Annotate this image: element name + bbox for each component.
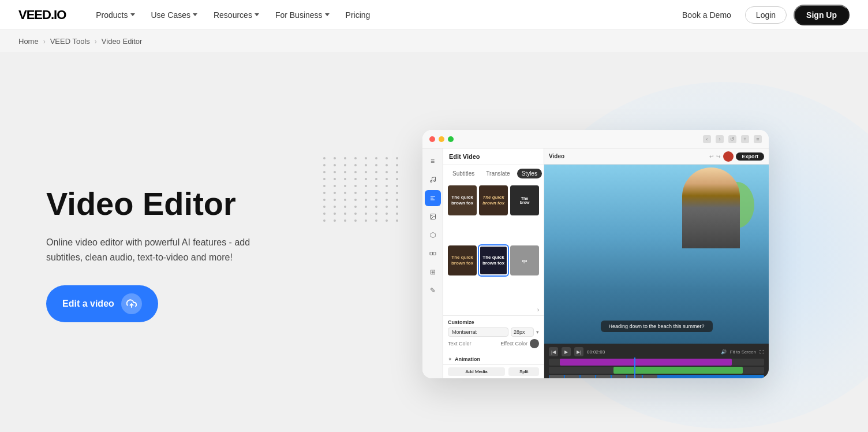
sidebar-icon-draw[interactable]: ✎ [425,282,441,299]
breadcrumb: Home › VEED Tools › Video Editor [0,30,868,53]
fit-to-screen-btn[interactable]: Fit to Screen [730,349,756,355]
fullscreen-icon[interactable]: ⛶ [760,349,764,355]
hero-section: Video Editor Online video editor with po… [0,53,868,432]
svg-rect-8 [430,252,433,255]
editor-body: ≡ ⬡ ⊞ ✎ [422,148,769,378]
text-color-label: Text Color [448,341,472,347]
signup-button[interactable]: Sign Up [794,5,850,25]
customize-label: Customize [448,319,539,325]
style-card-5[interactable]: The quickbrown fox [479,245,508,275]
timeline-track-1 [549,359,764,366]
breadcrumb-current: Video Editor [102,37,143,46]
timeline-tracks [544,357,769,378]
editor-mockup: ‹ › ↺ + ≡ ≡ [422,130,769,378]
effect-color-label: Effect Color [500,341,527,347]
timeline-filmstrip [549,375,764,378]
person-container [665,165,757,344]
preview-area: Video ↩ ↪ Export [544,148,769,378]
volume-icon[interactable]: 🔊 [721,349,727,355]
logo[interactable]: VEED.IO [18,8,66,23]
timeline-prev-button[interactable]: |◀ [549,347,558,356]
bottom-toolbar: Add Media Split [443,364,544,378]
style-card-3[interactable]: Thebrow [510,185,539,215]
font-row: Montserrat 28px ▾ [448,327,539,337]
nav-item-pricing[interactable]: Pricing [339,7,377,23]
breadcrumb-sep-1: › [43,38,46,46]
tab-styles[interactable]: Styles [517,169,542,178]
video-caption: Heading down to the beach this summer? [600,321,712,332]
svg-point-2 [433,180,435,182]
timeline-area: |◀ ▶ ▶| 00:02:03 🔊 Fit to Screen ⛶ [544,344,769,378]
scroll-arrow: › [443,307,544,315]
svg-point-1 [430,181,432,183]
add-media-button[interactable]: Add Media [448,367,505,376]
login-button[interactable]: Login [745,6,787,24]
sidebar-icon-filters[interactable]: ⊞ [425,264,441,280]
edit-panel: Edit Video Subtitles Translate Styles Th… [443,148,544,378]
chrome-add-icon: + [741,135,749,143]
style-card-6[interactable]: qu [510,245,539,275]
sidebar-icon-text[interactable] [425,190,441,206]
color-row: Text Color Effect Color [448,339,539,348]
sidebar-icon-menu[interactable]: ≡ [425,153,441,169]
undo-icon[interactable]: ↩ [709,154,714,159]
font-size-field[interactable]: 28px [511,327,534,337]
edit-video-button[interactable]: Edit a video [46,285,158,322]
editor-icon-sidebar: ≡ ⬡ ⊞ ✎ [422,148,443,378]
redo-icon[interactable]: ↪ [716,154,721,159]
hero-left: Video Editor Online video editor with po… [46,186,323,323]
svg-rect-9 [433,252,436,255]
chevron-down-icon [255,13,259,16]
customize-section: Customize Montserrat 28px ▾ Text Color E… [443,315,544,354]
timeline-clip-purple [560,359,732,366]
font-field[interactable]: Montserrat [448,327,508,337]
export-button[interactable]: Export [736,152,764,161]
chevron-down-icon [193,13,197,16]
window-maximize-dot [448,136,454,142]
sidebar-icon-image[interactable] [425,208,441,225]
nav-item-usecases[interactable]: Use Cases [144,7,204,23]
style-card-4[interactable]: The quickbrown fox [448,245,477,275]
window-chrome-buttons: ‹ › ↺ + ≡ [703,135,762,143]
video-preview: Heading down to the beach this summer? [544,165,769,344]
style-card-2[interactable]: The quickbrown fox [479,185,508,215]
upload-icon [121,293,142,314]
effect-color-picker[interactable] [530,339,539,348]
sidebar-icon-transitions[interactable] [425,245,441,262]
timeline-clip-green [613,367,743,374]
breadcrumb-home[interactable]: Home [18,37,39,46]
panel-tabs: Subtitles Translate Styles [443,165,544,182]
timeline-next-button[interactable]: ▶| [574,347,583,356]
animation-label: Animation [455,356,480,362]
style-card-1[interactable]: The quickbrown fox [448,185,477,215]
window-minimize-dot [439,136,444,142]
tab-translate[interactable]: Translate [481,169,514,178]
window-close-dot [429,136,435,142]
nav-links: Products Use Cases Resources For Busines… [89,7,675,23]
hero-title: Video Editor [46,186,323,222]
chrome-back-icon: ‹ [703,135,711,143]
timeline-time: 00:02:03 [587,349,605,355]
nav-right: Book a Demo Login Sign Up [675,5,850,25]
nav-item-resources[interactable]: Resources [207,7,266,23]
navbar: VEED.IO Products Use Cases Resources For… [0,0,868,30]
user-avatar [723,151,734,162]
window-chrome: ‹ › ↺ + ≡ [422,130,769,148]
animation-icon: ✦ [448,356,452,362]
toolbar-controls: ↩ ↪ Export [709,151,764,162]
timeline-track-3 [549,375,764,378]
book-demo-button[interactable]: Book a Demo [675,7,738,23]
chrome-menu-icon: ≡ [754,135,762,143]
split-button[interactable]: Split [508,367,539,376]
nav-item-forbusiness[interactable]: For Business [268,7,336,23]
chevron-icon: ▾ [536,329,539,335]
tab-subtitles[interactable]: Subtitles [448,169,479,178]
chrome-refresh-icon: ↺ [728,135,736,143]
breadcrumb-tools[interactable]: VEED Tools [50,37,90,46]
nav-item-products[interactable]: Products [89,7,141,23]
person-figure [682,167,740,248]
timeline-track-2 [549,367,764,374]
sidebar-icon-audio[interactable] [425,172,441,188]
sidebar-icon-elements[interactable]: ⬡ [425,227,441,243]
timeline-play-button[interactable]: ▶ [562,347,571,356]
